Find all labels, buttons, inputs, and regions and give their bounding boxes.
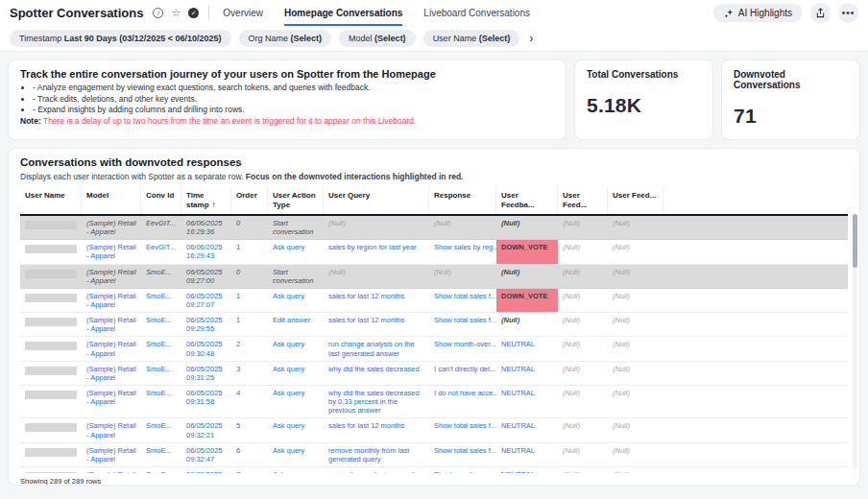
vertical-scrollbar[interactable] [853, 214, 857, 469]
order-cell: 1 [231, 313, 268, 336]
info-icon[interactable]: i [153, 8, 163, 18]
filter-label: Org Name [249, 34, 291, 43]
table-row[interactable]: (Sample) Retail - ApparelEevGIT...06/06/… [20, 216, 848, 240]
star-icon[interactable]: ☆ [171, 8, 181, 18]
column-header-label: Conv Id [146, 191, 174, 200]
table-row[interactable]: (Sample) Retail - ApparelSmoE...06/05/20… [20, 265, 848, 289]
timestamp-cell: 06/05/2025 09:29:55 [181, 313, 231, 336]
user-name-cell [20, 289, 82, 312]
column-header-label: Response [434, 191, 470, 200]
column-header-label: User Feed... [563, 191, 587, 209]
table-row[interactable]: (Sample) Retail - ApparelEevGIT...06/06/… [20, 240, 848, 264]
table-row[interactable]: (Sample) Retail - ApparelSmoE...06/05/20… [20, 362, 848, 386]
response-cell: Show total sales f... [429, 443, 496, 466]
table-row[interactable]: (Sample) Retail - ApparelSmoE...06/05/20… [20, 289, 848, 313]
share-button[interactable] [810, 3, 831, 23]
note-text: There is a delay of up to two hours from… [41, 116, 417, 126]
filler-cell [663, 240, 848, 263]
column-header[interactable]: Order [231, 187, 268, 214]
table-row[interactable]: (Sample) Retail - ApparelSmoE...06/05/20… [20, 313, 848, 337]
feedback3-cell: (Null) [608, 265, 663, 288]
sort-asc-icon[interactable]: ↑ [212, 201, 216, 209]
user-name-cell [20, 386, 82, 417]
conv-id-cell: SmoE... [141, 313, 181, 336]
column-header[interactable]: User Feed... [558, 187, 608, 214]
feedback-cell: (Null) [496, 265, 558, 288]
ai-highlights-button[interactable]: AI Highlights [713, 4, 803, 22]
table-row[interactable]: (Sample) Retail - ApparelSmoE...06/05/20… [20, 443, 848, 467]
model-cell: (Sample) Retail - Apparel [82, 362, 141, 385]
tab-homepage-conversations[interactable]: Homepage Conversations [284, 0, 402, 26]
bullet-item: - Expand insights by adding columns and … [33, 105, 554, 114]
feedback3-cell: (Null) [608, 467, 663, 473]
more-menu-button[interactable]: ••• [838, 3, 858, 23]
chevron-right-icon[interactable]: › [529, 32, 533, 45]
filler-cell [663, 443, 848, 466]
feedback2-cell: (Null) [558, 265, 608, 288]
feedback-cell: (Null) [496, 313, 558, 336]
feedback-cell: NEUTRAL [496, 386, 558, 417]
query-cell: sales for last 12 months [324, 418, 429, 441]
order-cell: 0 [231, 216, 268, 239]
query-cell: sales by region for last year [324, 240, 429, 263]
order-cell: 3 [231, 362, 268, 385]
query-cell: why did the sales decreased by 0.33 perc… [324, 386, 429, 417]
column-header[interactable]: User Feed... [608, 187, 663, 214]
tab-overview[interactable]: Overview [223, 0, 263, 26]
table-row[interactable]: (Sample) Retail - ApparelSmoE...06/05/20… [20, 467, 848, 473]
filter-chip-timestamp[interactable]: Timestamp Last 90 Days (03/12/2025 < 06/… [10, 30, 231, 47]
feedback-cell: NEUTRAL [496, 337, 558, 360]
row-count-status: Showing 289 of 289 rows [20, 473, 848, 486]
order-cell: 2 [231, 337, 268, 360]
order-cell: 0 [231, 265, 268, 288]
query-cell: sales for last 12 months [324, 313, 429, 336]
feedback-cell: NEUTRAL [496, 467, 558, 473]
model-cell: (Sample) Retail - Apparel [82, 418, 141, 441]
note-line: Note: There is a delay of up to two hour… [20, 116, 554, 126]
column-header[interactable]: Model [82, 187, 141, 214]
column-header[interactable]: Response [429, 187, 496, 214]
model-cell: (Sample) Retail - Apparel [82, 386, 141, 417]
filter-chip-model[interactable]: Model (Select) [339, 30, 416, 47]
column-header[interactable]: User Name [20, 187, 82, 214]
action-cell: Start conversation [268, 216, 324, 239]
verified-icon[interactable]: ✓ [188, 8, 199, 18]
description-card: Track the entire conversation journey of… [8, 59, 567, 140]
filter-label: User Name [433, 34, 479, 43]
note-label: Note: [20, 116, 41, 126]
table-title: Conversations with downvoted responses [20, 156, 848, 168]
table-row[interactable]: (Sample) Retail - ApparelSmoE...06/05/20… [20, 337, 848, 361]
filter-chip-org-name[interactable]: Org Name (Select) [239, 30, 332, 47]
column-header-filler [663, 187, 848, 214]
feedback3-cell: (Null) [608, 443, 663, 466]
column-header[interactable]: Conv Id [141, 187, 181, 214]
scrollbar-thumb[interactable] [853, 214, 857, 268]
filter-value: (Select) [291, 34, 323, 43]
column-header[interactable]: User Query [324, 187, 429, 214]
kpi-title: Downvoted Conversations [734, 69, 848, 90]
user-name-cell [20, 443, 82, 466]
action-cell: Ask query [268, 418, 324, 441]
description-title: Track the entire conversation journey of… [20, 68, 554, 80]
table-body[interactable]: (Sample) Retail - ApparelEevGIT...06/06/… [20, 216, 848, 473]
column-header[interactable]: User Action Type [268, 187, 324, 214]
column-header-label: User Action Type [273, 191, 316, 209]
user-name-cell [20, 313, 82, 336]
filter-chip-user-name[interactable]: User Name (Select) [423, 30, 520, 47]
tab-liveboard-conversations[interactable]: Liveboard Conversations [423, 0, 530, 26]
feedback2-cell: (Null) [558, 240, 608, 263]
response-cell: (Null) [429, 265, 496, 288]
filter-bar: Timestamp Last 90 Days (03/12/2025 < 06/… [0, 26, 868, 52]
column-header[interactable]: Time stamp↑ [181, 187, 231, 214]
column-header[interactable]: User Feedba... [496, 187, 558, 214]
table-row[interactable]: (Sample) Retail - ApparelSmoE...06/05/20… [20, 386, 848, 418]
filler-cell [663, 467, 848, 473]
model-cell: (Sample) Retail - Apparel [82, 443, 141, 466]
user-name-cell [20, 362, 82, 385]
table-row[interactable]: (Sample) Retail - ApparelSmoE...06/05/20… [20, 418, 848, 442]
conv-id-cell: EevGIT... [141, 240, 181, 263]
redacted-user-name [25, 318, 77, 326]
response-cell: Show total sales f... [429, 418, 496, 441]
column-header-label: User Name [25, 191, 65, 200]
action-cell: Start conversation [268, 265, 324, 288]
